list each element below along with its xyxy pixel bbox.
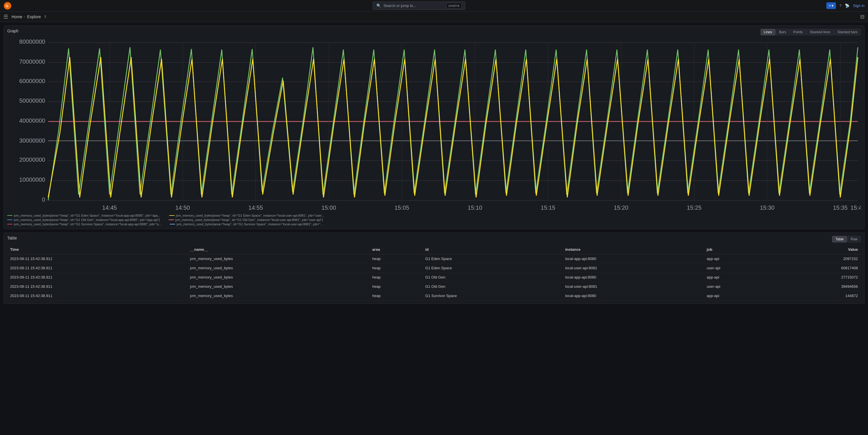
breadcrumb-home[interactable]: Home <box>11 14 22 19</box>
table-view-buttons: Table Raw <box>832 236 861 242</box>
view-stacked-bars-button[interactable]: Stacked bars <box>834 29 861 35</box>
cell-id: G1 Old Gen <box>423 273 562 282</box>
graph-panel: Graph Lines Bars Points Stacked lines St… <box>3 26 865 229</box>
svg-text:80000000: 80000000 <box>20 38 45 45</box>
table-row: 2023-08-11 15:42:38.911 jvm_memory_used_… <box>7 263 861 273</box>
svg-text:14:45: 14:45 <box>102 205 117 211</box>
svg-text:70000000: 70000000 <box>20 58 45 65</box>
view-bars-button[interactable]: Bars <box>776 29 789 35</box>
news-icon[interactable]: 📡 <box>845 3 849 8</box>
legend-item-1: jvm_memory_used_bytes{area="heap", id="G… <box>7 214 161 217</box>
svg-text:30000000: 30000000 <box>20 137 45 144</box>
legend-label-2: jvm_memory_used_bytes{area="heap", id="G… <box>176 214 324 217</box>
cell-time: 2023-08-11 15:42:38.911 <box>7 254 187 263</box>
split-view-icon[interactable]: ⊟ <box>860 13 865 20</box>
legend-color-3 <box>7 220 12 220</box>
hamburger-menu[interactable]: ☰ <box>3 13 8 20</box>
table-row: 2023-08-11 15:42:38.911 jvm_memory_used_… <box>7 282 861 291</box>
graph-controls: Graph Lines Bars Points Stacked lines St… <box>7 29 861 36</box>
table-row: 2023-08-11 15:42:38.911 jvm_memory_used_… <box>7 254 861 263</box>
help-icon[interactable]: ? <box>839 3 841 8</box>
cell-job: app-api <box>704 273 777 282</box>
svg-text:20000000: 20000000 <box>20 156 45 163</box>
cell-job: app-api <box>704 291 777 301</box>
cell-name: jvm_memory_used_bytes <box>187 282 370 291</box>
cell-name: jvm_memory_used_bytes <box>187 291 370 301</box>
search-shortcut: cmd+k <box>446 3 462 8</box>
cell-time: 2023-08-11 15:42:38.911 <box>7 282 187 291</box>
main-content: Graph Lines Bars Points Stacked lines St… <box>0 22 868 307</box>
table-row: 2023-08-11 15:42:38.911 jvm_memory_used_… <box>7 291 861 301</box>
table-panel: Table Table Raw Time __name__ area id in… <box>3 232 865 304</box>
view-stacked-lines-button[interactable]: Stacked lines <box>807 29 834 35</box>
nav-search: 🔍 Search or jump to... cmd+k <box>14 1 824 10</box>
svg-text:10000000: 10000000 <box>20 177 45 183</box>
cell-time: 2023-08-11 15:42:38.911 <box>7 263 187 273</box>
table-view-button[interactable]: Table <box>832 236 847 242</box>
chart-area: 80000000 70000000 60000000 50000000 4000… <box>7 37 861 212</box>
cell-instance: local-app-api:8080 <box>562 254 704 263</box>
add-button[interactable]: + ▾ <box>826 2 836 9</box>
cell-area: heap <box>370 273 423 282</box>
cell-time: 2023-08-11 15:42:38.911 <box>7 291 187 301</box>
cell-area: heap <box>370 263 423 273</box>
cell-value: 39494656 <box>776 282 861 291</box>
legend-item-3: jvm_memory_used_bytes{area="heap", id="G… <box>7 218 160 222</box>
col-job: job <box>704 245 777 254</box>
svg-text:14:50: 14:50 <box>175 205 190 211</box>
cell-value: 60817408 <box>776 263 861 273</box>
legend-color-1 <box>7 215 12 216</box>
breadcrumb-current: Explore <box>27 14 41 19</box>
svg-text:14:55: 14:55 <box>248 205 263 211</box>
cell-instance: local-user-api:8081 <box>562 263 704 273</box>
legend-label-4: jvm_memory_used_bytes{area="heap", id="G… <box>175 218 323 222</box>
cell-area: heap <box>370 254 423 263</box>
legend-label-5: jvm_memory_used_bytes{area="heap", id="G… <box>14 222 161 226</box>
search-placeholder: Search or jump to... <box>383 3 416 8</box>
cell-job: user-api <box>704 282 777 291</box>
legend-label-6: jvm_memory_used_bytes{area="heap", id="G… <box>177 222 323 226</box>
chart-legend: jvm_memory_used_bytes{area="heap", id="G… <box>7 214 861 226</box>
raw-view-button[interactable]: Raw <box>847 236 861 242</box>
table-header: Time __name__ area id instance job Value <box>7 245 861 254</box>
cell-job: user-api <box>704 263 777 273</box>
svg-text:15:25: 15:25 <box>687 205 702 211</box>
svg-text:15:05: 15:05 <box>395 205 409 211</box>
svg-text:40000000: 40000000 <box>20 118 45 124</box>
cell-instance: local-user-api:8081 <box>562 282 704 291</box>
view-points-button[interactable]: Points <box>790 29 806 35</box>
search-box[interactable]: 🔍 Search or jump to... cmd+k <box>373 1 465 10</box>
cell-name: jvm_memory_used_bytes <box>187 273 370 282</box>
table-body: 2023-08-11 15:42:38.911 jvm_memory_used_… <box>7 254 861 301</box>
cell-instance: local-app-api:8080 <box>562 273 704 282</box>
share-icon[interactable]: ⇪ <box>44 14 47 19</box>
cell-area: heap <box>370 291 423 301</box>
legend-item-5: jvm_memory_used_bytes{area="heap", id="G… <box>7 222 161 226</box>
cell-name: jvm_memory_used_bytes <box>187 254 370 263</box>
breadcrumb: ☰ Home › Explore ⇪ ⊟ <box>0 11 868 22</box>
svg-text:15:20: 15:20 <box>614 205 628 211</box>
cell-id: G1 Old Gen <box>423 282 562 291</box>
svg-text:15:35: 15:35 <box>833 205 848 211</box>
legend-label-3: jvm_memory_used_bytes{area="heap", id="G… <box>14 218 160 222</box>
svg-text:G: G <box>5 4 8 8</box>
svg-text:15:10: 15:10 <box>468 205 482 211</box>
cell-value: 27715072 <box>776 273 861 282</box>
cell-id: G1 Eden Space <box>423 254 562 263</box>
svg-text:15:15: 15:15 <box>541 205 556 211</box>
graph-title: Graph <box>7 29 19 33</box>
legend-color-6 <box>170 224 175 224</box>
col-area: area <box>370 245 423 254</box>
view-lines-button[interactable]: Lines <box>761 29 775 35</box>
svg-text:15:00: 15:00 <box>321 205 336 211</box>
grafana-logo[interactable]: G <box>3 2 11 10</box>
top-nav: G 🔍 Search or jump to... cmd+k + ▾ ? 📡 S… <box>0 0 868 11</box>
breadcrumb-separator: › <box>24 14 25 19</box>
cell-value: 144872 <box>776 291 861 301</box>
sign-in-button[interactable]: Sign in <box>853 3 865 8</box>
svg-text:15:40: 15:40 <box>850 205 861 211</box>
cell-name: jvm_memory_used_bytes <box>187 263 370 273</box>
cell-value: 2097152 <box>776 254 861 263</box>
col-instance: instance <box>562 245 704 254</box>
svg-text:60000000: 60000000 <box>20 78 45 84</box>
